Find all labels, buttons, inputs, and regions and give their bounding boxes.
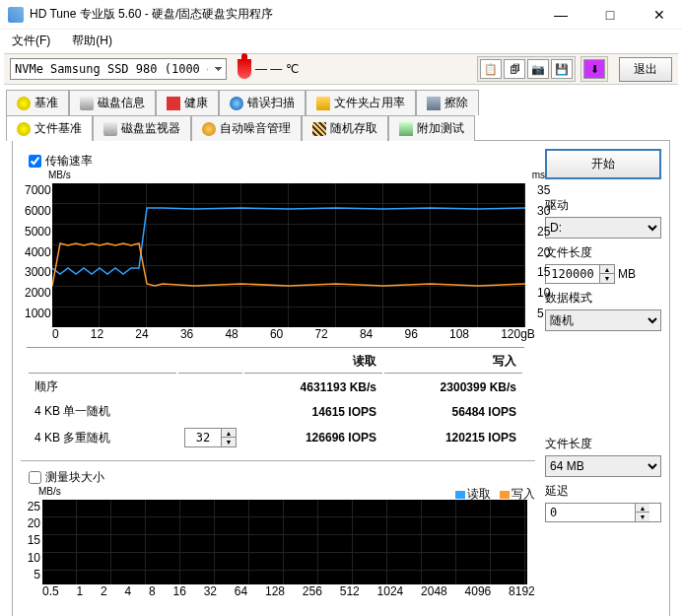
filelen-spinner[interactable]: ▲▼ [545, 264, 615, 284]
threads-spinner[interactable]: ▲▼ [184, 428, 237, 447]
options-icon[interactable]: ⬇ [583, 59, 605, 79]
tab-folderusage[interactable]: 文件夹占用率 [306, 90, 416, 115]
erase-icon [427, 97, 441, 110]
toolbar-icon-group-2: ⬇ [580, 56, 608, 82]
start-button[interactable]: 开始 [545, 149, 661, 179]
tab-content: 传输速率 MB/s ms 7000600050004000300020001 [12, 140, 670, 616]
tab-randomaccess[interactable]: 随机存取 [302, 115, 388, 141]
hdr-read: 读取 [244, 350, 382, 374]
random-icon [312, 122, 326, 136]
tab-label: 自动噪音管理 [220, 120, 291, 137]
chart1-y-left-ticks: 7000600050004000300020001000 [25, 183, 50, 327]
bulb-icon [17, 97, 31, 110]
tab-errorscan[interactable]: 错误扫描 [219, 90, 306, 115]
tab-label: 健康 [184, 95, 208, 111]
transfer-rate-checkbox[interactable] [29, 155, 41, 168]
temperature-display: — — ℃ [238, 59, 299, 79]
filelen-label: 文件长度 [545, 244, 661, 261]
blocksize-chart [42, 500, 527, 584]
close-button[interactable]: ✕ [645, 7, 674, 23]
drive-select[interactable]: D: [545, 217, 661, 239]
down-icon[interactable]: ▼ [600, 274, 614, 283]
tab-label: 文件夹占用率 [334, 95, 405, 111]
blocksize-label: 测量块大小 [45, 469, 104, 486]
magnifier-icon [230, 97, 243, 110]
tab-label: 随机存取 [330, 120, 377, 137]
tab-label: 基准 [34, 95, 58, 111]
delay-spinner[interactable]: ▲▼ [545, 503, 661, 522]
separator [21, 460, 535, 461]
up-icon[interactable]: ▲ [600, 265, 614, 274]
tab-label: 磁盘监视器 [121, 120, 180, 137]
tab-health[interactable]: 健康 [156, 90, 219, 115]
exit-button[interactable]: 退出 [619, 57, 672, 82]
chart1-plot [52, 183, 525, 327]
chart1-x-ticks: 01224364860728496108120gB [52, 327, 535, 341]
filelen2-select[interactable]: 64 MB [545, 455, 661, 477]
drive-label: 驱动 [545, 197, 661, 214]
menu-help[interactable]: 帮助(H) [66, 31, 118, 51]
window-title: HD Tune 专业版 5.60 - 硬盘/固态硬盘实用程序 [30, 6, 546, 23]
speaker-icon [202, 122, 216, 136]
tab-label: 错误扫描 [247, 95, 295, 111]
threads-up-icon[interactable]: ▲ [222, 429, 236, 438]
hdr-write: 写入 [384, 350, 522, 374]
tab-filebench[interactable]: 文件基准 [6, 115, 93, 141]
results-table: 读取写入 顺序4631193 KB/s2300399 KB/s 4 KB 单一随… [27, 347, 524, 452]
thermometer-icon [238, 59, 251, 79]
toolbar-icon-group-1: 📋 🗐 📷 💾 [477, 56, 576, 82]
tab-diskinfo[interactable]: 磁盘信息 [69, 90, 156, 115]
tab-benchmark[interactable]: 基准 [6, 90, 69, 115]
chart2-x-ticks: 0.512481632641282565121024204840968192 [42, 584, 535, 598]
tab-aam[interactable]: 自动噪音管理 [191, 115, 302, 141]
transfer-rate-chart [52, 183, 525, 327]
legend-write-swatch [500, 491, 510, 499]
bulb-icon [17, 122, 31, 136]
mode-select[interactable]: 随机 [545, 309, 661, 331]
maximize-button[interactable]: □ [595, 7, 625, 23]
save-icon[interactable]: 💾 [551, 59, 573, 79]
delay-value[interactable] [546, 506, 635, 519]
minimize-button[interactable]: — [546, 7, 576, 23]
temperature-value: — — ℃ [255, 62, 299, 76]
device-select[interactable]: NVMe Samsung SSD 980 (1000 gB) [10, 58, 227, 80]
tab-label: 文件基准 [34, 120, 82, 137]
chart2-y-ticks: 252015105 [25, 500, 40, 584]
blocksize-checkbox[interactable] [29, 471, 41, 484]
tab-diskmonitor[interactable]: 磁盘监视器 [93, 115, 191, 141]
copy-info-icon[interactable]: 📋 [480, 59, 502, 79]
row-sequential: 顺序4631193 KB/s2300399 KB/s [29, 376, 522, 398]
threads-value[interactable] [185, 431, 221, 445]
copy-screenshot-icon[interactable]: 🗐 [504, 59, 525, 79]
row-4kb-multi: 4 KB 多重随机 ▲▼ 126696 IOPS120215 IOPS [29, 425, 522, 450]
tab-extratests[interactable]: 附加测试 [388, 115, 475, 141]
tab-label: 擦除 [444, 95, 468, 111]
filelen2-label: 文件长度 [545, 436, 661, 452]
delay-label: 延迟 [545, 483, 661, 500]
up-icon[interactable]: ▲ [636, 504, 649, 513]
row-4kb-single: 4 KB 单一随机14615 IOPS56484 IOPS [29, 400, 522, 423]
transfer-rate-label: 传输速率 [45, 153, 93, 170]
chart1-y-right-ticks: 3530252015105 [537, 183, 555, 327]
tab-label: 附加测试 [417, 120, 464, 137]
side-panel: 开始 驱动 D: 文件长度 ▲▼ MB 数据模式 随机 文件长度 64 MB 延… [545, 149, 661, 584]
toolbar: NVMe Samsung SSD 980 (1000 gB) — — ℃ 📋 🗐… [4, 53, 678, 85]
chart1-y-right-unit: ms [532, 170, 545, 180]
chart1-y-left-unit: MB/s [48, 170, 71, 180]
monitor-icon [103, 122, 117, 136]
threads-down-icon[interactable]: ▼ [222, 438, 236, 446]
mode-label: 数据模式 [545, 290, 661, 307]
down-icon[interactable]: ▼ [636, 513, 649, 521]
extra-icon [399, 122, 413, 136]
tabs: 基准 磁盘信息 健康 错误扫描 文件夹占用率 擦除 文件基准 磁盘监视器 自动噪… [6, 89, 676, 616]
app-icon [8, 7, 24, 23]
disk-icon [80, 97, 94, 110]
menu-file[interactable]: 文件(F) [6, 31, 56, 51]
legend-read-swatch [455, 491, 465, 499]
menubar: 文件(F) 帮助(H) [0, 30, 682, 51]
filelen-unit: MB [618, 267, 636, 281]
tab-erase[interactable]: 擦除 [416, 90, 479, 115]
titlebar: HD Tune 专业版 5.60 - 硬盘/固态硬盘实用程序 — □ ✕ [0, 0, 682, 30]
chart2-y-unit: MB/s [38, 486, 61, 497]
screenshot-icon[interactable]: 📷 [527, 59, 549, 79]
